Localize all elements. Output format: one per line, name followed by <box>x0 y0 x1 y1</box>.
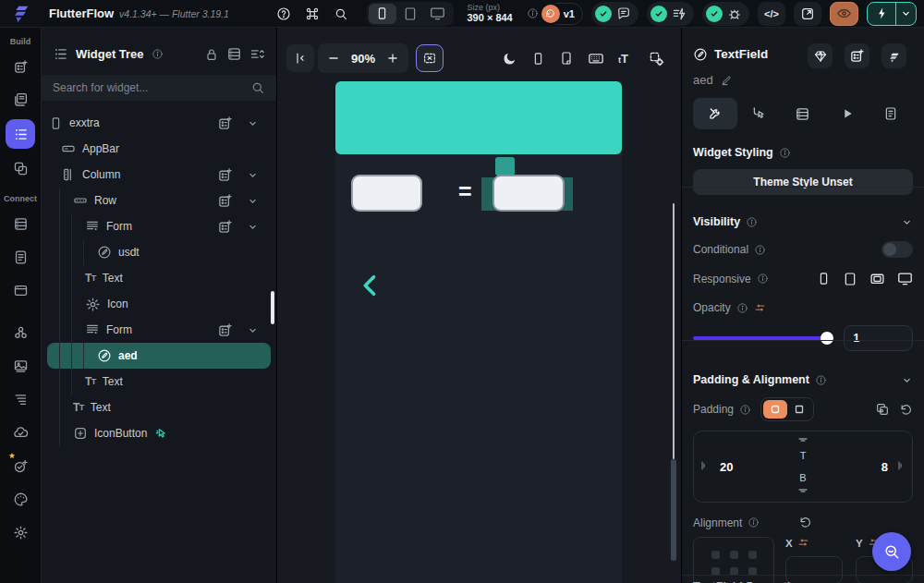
zoom-out-button[interactable] <box>322 46 346 70</box>
canvas-equals-text[interactable]: = <box>458 178 472 205</box>
rail-item-add-widget[interactable] <box>6 53 35 80</box>
version-badge[interactable]: v1 <box>546 3 583 25</box>
tree-node-iconbutton[interactable]: IconButton <box>47 420 271 446</box>
tree-node-column[interactable]: Column <box>47 162 271 188</box>
dark-mode-icon[interactable] <box>502 51 517 67</box>
chevron-down-icon[interactable] <box>247 324 259 336</box>
padding-collapse-icon[interactable] <box>901 374 913 386</box>
design-canvas[interactable]: = 90% tT <box>277 28 681 583</box>
chevron-down-icon[interactable] <box>247 195 259 207</box>
bolt-icon[interactable] <box>868 3 895 25</box>
device-phone-button[interactable] <box>369 4 396 24</box>
padding-individual-button[interactable] <box>787 400 811 419</box>
inspector-tab-database[interactable] <box>781 98 825 129</box>
responsive-desktop-icon[interactable] <box>897 271 913 286</box>
tree-node-text[interactable]: TTText <box>47 265 271 291</box>
add-widget-icon[interactable] <box>217 115 233 131</box>
device-tablet-button[interactable] <box>396 4 424 24</box>
opacity-variable-icon[interactable] <box>754 302 766 314</box>
chevron-down-icon[interactable] <box>247 169 259 181</box>
inspector-tab-actioncursor[interactable] <box>737 98 782 129</box>
padding-all-button[interactable] <box>763 400 787 419</box>
tree-node-icon[interactable]: Icon <box>47 291 271 317</box>
phone-preview-icon[interactable] <box>531 52 545 66</box>
rail-item-app-flows[interactable] <box>6 385 35 413</box>
tree-node-text[interactable]: TTText <box>47 369 271 395</box>
inspector-tab-template[interactable] <box>869 98 913 129</box>
selection-handle[interactable] <box>495 157 515 176</box>
responsive-phone-icon[interactable] <box>817 272 831 285</box>
canvas-scrollbar[interactable] <box>671 459 676 561</box>
canvas-back-chevron-icon[interactable] <box>355 270 386 301</box>
x-variable-icon[interactable] <box>797 537 809 549</box>
phone-screen[interactable] <box>335 81 622 583</box>
rail-item-storage[interactable] <box>6 276 35 304</box>
canvas-settings-button[interactable] <box>642 44 670 72</box>
alignment-grid[interactable] <box>693 537 774 583</box>
open-in-new-button[interactable] <box>794 2 821 26</box>
conditional-toggle[interactable] <box>881 241 913 258</box>
lock-icon[interactable] <box>204 47 219 62</box>
tree-scrollbar[interactable] <box>271 291 274 324</box>
canvas-scroll-line[interactable] <box>673 203 675 459</box>
padding-left-value[interactable]: 20 <box>720 460 733 474</box>
status-optimizations[interactable] <box>647 2 694 26</box>
reset-padding-icon[interactable] <box>899 402 913 417</box>
rail-item-action-blocks[interactable] <box>6 452 35 480</box>
padding-bottom-icon[interactable] <box>694 487 912 498</box>
add-widget-icon[interactable] <box>217 193 233 209</box>
theme-style-button[interactable]: Theme Style Unset <box>693 169 913 195</box>
responsive-tablet-landscape-icon[interactable] <box>869 271 885 286</box>
tree-node-row[interactable]: Row <box>47 188 271 213</box>
help-icon[interactable] <box>274 4 294 24</box>
padding-left-icon[interactable] <box>699 460 711 471</box>
rail-item-widget-tree[interactable] <box>6 119 35 149</box>
search-icon[interactable] <box>331 4 351 24</box>
keyboard-icon[interactable] <box>588 50 604 67</box>
widget-search[interactable]: Search for widget... <box>42 75 276 101</box>
chevron-down-icon[interactable] <box>247 117 259 129</box>
rail-item-components[interactable] <box>6 154 35 182</box>
theme-gem-button[interactable] <box>808 43 833 68</box>
responsive-tablet-icon[interactable] <box>843 272 857 286</box>
search-fab[interactable] <box>872 532 911 571</box>
device-frame-icon[interactable] <box>559 51 574 66</box>
zoom-in-button[interactable] <box>381 46 405 70</box>
rail-item-pages[interactable] <box>6 86 35 114</box>
add-widget-icon[interactable] <box>217 167 233 183</box>
copy-padding-icon[interactable] <box>875 402 890 417</box>
rail-item-theme[interactable] <box>6 485 35 513</box>
canvas-appbar-widget[interactable] <box>335 81 622 154</box>
flutterflow-action-button[interactable] <box>881 43 906 68</box>
device-desktop-button[interactable] <box>424 4 452 24</box>
reset-alignment-icon[interactable] <box>798 516 812 529</box>
chevron-down-icon[interactable] <box>247 221 259 233</box>
status-debug[interactable] <box>702 2 749 26</box>
tree-node-aed[interactable]: aed <box>47 343 271 369</box>
tree-node-usdt[interactable]: usdt <box>47 239 271 265</box>
inspector-tab-tools[interactable] <box>693 98 737 129</box>
text-scale-icon[interactable]: tT <box>618 52 628 66</box>
opacity-value-field[interactable]: 1 <box>844 325 913 351</box>
rail-item-database[interactable] <box>6 210 35 237</box>
rail-item-api-calls[interactable] <box>6 319 35 346</box>
padding-right-value[interactable]: 8 <box>881 460 888 474</box>
padding-top-icon[interactable] <box>694 436 912 447</box>
rail-item-settings[interactable] <box>6 518 35 546</box>
tree-node-exxtra[interactable]: exxtra <box>47 110 271 136</box>
collapse-all-icon[interactable] <box>249 46 265 62</box>
canvas-textfield-usdt[interactable] <box>351 175 422 212</box>
tree-node-form[interactable]: Form <box>47 213 271 239</box>
run-button[interactable] <box>867 2 917 26</box>
flutterflow-logo[interactable] <box>0 4 42 24</box>
tree-node-form[interactable]: Form <box>47 317 271 343</box>
padding-right-icon[interactable] <box>896 460 907 471</box>
run-options-chevron-icon[interactable] <box>895 3 916 25</box>
command-palette-icon[interactable] <box>302 4 322 24</box>
visibility-collapse-icon[interactable] <box>901 216 913 228</box>
rail-item-media-assets[interactable] <box>6 352 35 380</box>
canvas-textfield-aed-selected[interactable] <box>492 175 565 212</box>
rail-item-cloud-functions[interactable] <box>6 419 35 446</box>
preview-eye-button[interactable] <box>830 2 858 26</box>
add-widget-icon[interactable] <box>217 322 233 338</box>
